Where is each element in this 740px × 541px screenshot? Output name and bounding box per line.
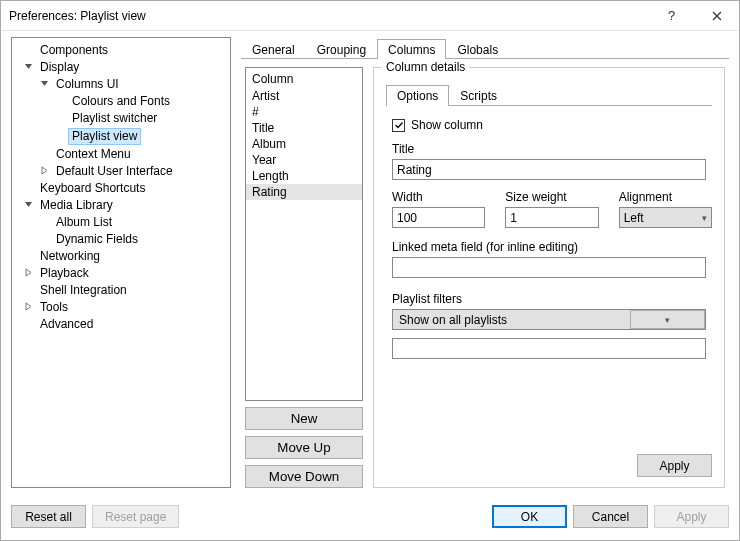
apply-button: Apply	[654, 505, 729, 528]
chevron-right-icon[interactable]	[38, 164, 50, 179]
help-button[interactable]: ?	[649, 1, 694, 30]
column-details-group: Column details OptionsScripts Show colum…	[373, 67, 725, 488]
tree-item[interactable]: Album List	[36, 214, 228, 231]
title-label: Title	[392, 142, 706, 156]
column-list-item[interactable]: Year	[246, 152, 362, 168]
playlist-filters-label: Playlist filters	[392, 292, 706, 306]
tree-item[interactable]: Advanced	[20, 316, 228, 333]
close-icon	[712, 11, 722, 21]
tree-item-label: Context Menu	[52, 147, 135, 162]
alignment-value: Left	[624, 211, 644, 225]
titlebar: Preferences: Playlist view ?	[1, 1, 739, 31]
tree-item[interactable]: Context Menu	[36, 146, 228, 163]
dialog-button-bar: Reset all Reset page OK Cancel Apply	[11, 505, 729, 528]
tree-item[interactable]: Networking	[20, 248, 228, 265]
columns-listbox[interactable]: Column Artist#TitleAlbumYearLengthRating	[245, 67, 363, 401]
new-button[interactable]: New	[245, 407, 363, 430]
tree-item-label: Tools	[36, 300, 72, 315]
tree-item[interactable]: Shell Integration	[20, 282, 228, 299]
tree-item-label: Shell Integration	[36, 283, 131, 298]
tree-item[interactable]: Columns UI	[36, 76, 228, 93]
linked-meta-input[interactable]	[392, 257, 706, 278]
tree-item-label: Networking	[36, 249, 104, 264]
subtab-scripts[interactable]: Scripts	[449, 85, 508, 106]
reset-page-button: Reset page	[92, 505, 179, 528]
width-label: Width	[392, 190, 485, 204]
tree-item[interactable]: Display	[20, 59, 228, 76]
tree-item-label: Playlist view	[68, 128, 141, 145]
ok-button[interactable]: OK	[492, 505, 567, 528]
tree-item[interactable]: Media Library	[20, 197, 228, 214]
chevron-down-icon: ▾	[665, 315, 670, 325]
chevron-right-icon[interactable]	[22, 300, 34, 315]
playlist-filters-extra-input[interactable]	[392, 338, 706, 359]
tree-item[interactable]: Colours and Fonts	[52, 93, 228, 110]
tree-item[interactable]: Keyboard Shortcuts	[20, 180, 228, 197]
tree-item[interactable]: Components	[20, 42, 228, 59]
tree-item[interactable]: Default User Interface	[36, 163, 228, 180]
move-down-button[interactable]: Move Down	[245, 465, 363, 488]
tree-item-label: Dynamic Fields	[52, 232, 142, 247]
sizeweight-label: Size weight	[505, 190, 598, 204]
columns-list-header: Column	[246, 70, 362, 88]
title-input[interactable]	[392, 159, 706, 180]
cancel-button[interactable]: Cancel	[573, 505, 648, 528]
tree-item[interactable]: Playlist view	[52, 127, 228, 146]
column-details-legend: Column details	[382, 60, 469, 74]
show-column-label: Show column	[411, 118, 483, 132]
alignment-select[interactable]: Left ▾	[619, 207, 712, 228]
tree-item-label: Advanced	[36, 317, 97, 332]
tab-grouping[interactable]: Grouping	[306, 39, 377, 59]
tab-globals[interactable]: Globals	[446, 39, 509, 59]
close-button[interactable]	[694, 1, 739, 30]
tree-item-label: Colours and Fonts	[68, 94, 174, 109]
inner-apply-button[interactable]: Apply	[637, 454, 712, 477]
tree-item-label: Columns UI	[52, 77, 123, 92]
column-list-item[interactable]: Artist	[246, 88, 362, 104]
tree-item[interactable]: Playlist switcher	[52, 110, 228, 127]
chevron-down-icon[interactable]	[22, 198, 34, 213]
playlist-filters-value: Show on all playlists	[393, 313, 630, 327]
column-list-item[interactable]: Album	[246, 136, 362, 152]
width-input[interactable]	[392, 207, 485, 228]
tree-item-label: Playlist switcher	[68, 111, 161, 126]
subtab-options[interactable]: Options	[386, 85, 449, 106]
tab-general[interactable]: General	[241, 39, 306, 59]
tree-item-label: Default User Interface	[52, 164, 177, 179]
chevron-down-icon: ▾	[702, 213, 707, 223]
sizeweight-input[interactable]	[505, 207, 598, 228]
alignment-label: Alignment	[619, 190, 712, 204]
tree-item-label: Media Library	[36, 198, 117, 213]
tree-item-label: Keyboard Shortcuts	[36, 181, 149, 196]
column-list-item[interactable]: Length	[246, 168, 362, 184]
column-list-item[interactable]: #	[246, 104, 362, 120]
tree-item[interactable]: Dynamic Fields	[36, 231, 228, 248]
chevron-right-icon[interactable]	[22, 266, 34, 281]
nav-tree[interactable]: ComponentsDisplayColumns UIColours and F…	[11, 37, 231, 488]
chevron-down-icon[interactable]	[22, 60, 34, 75]
chevron-down-icon[interactable]	[38, 77, 50, 92]
main-tabs: GeneralGroupingColumnsGlobals	[241, 37, 729, 59]
tree-item-label: Playback	[36, 266, 93, 281]
tree-item-label: Components	[36, 43, 112, 58]
check-icon	[394, 120, 404, 130]
move-up-button[interactable]: Move Up	[245, 436, 363, 459]
tree-item[interactable]: Tools	[20, 299, 228, 316]
details-subtabs: OptionsScripts	[386, 84, 712, 106]
tab-columns[interactable]: Columns	[377, 39, 446, 59]
tree-item[interactable]: Playback	[20, 265, 228, 282]
reset-all-button[interactable]: Reset all	[11, 505, 86, 528]
tree-item-label: Display	[36, 60, 83, 75]
playlist-filters-select[interactable]: Show on all playlists ▾	[392, 309, 706, 330]
column-list-item[interactable]: Title	[246, 120, 362, 136]
tree-item-label: Album List	[52, 215, 116, 230]
column-list-item[interactable]: Rating	[246, 184, 362, 200]
linked-meta-label: Linked meta field (for inline editing)	[392, 240, 706, 254]
show-column-checkbox[interactable]	[392, 119, 405, 132]
window-title: Preferences: Playlist view	[9, 9, 649, 23]
